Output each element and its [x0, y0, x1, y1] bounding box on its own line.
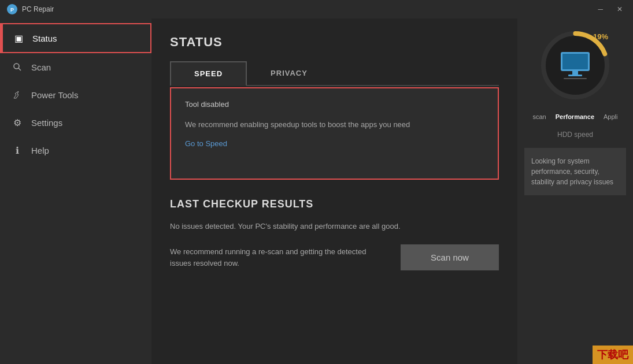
tool-disabled-description: We recommend enabling speedup tools to b…	[185, 120, 484, 129]
svg-rect-9	[568, 75, 582, 76]
gauge-container: 19%	[538, 28, 613, 103]
minimize-button[interactable]: ─	[594, 4, 606, 14]
svg-rect-7	[562, 54, 588, 69]
tab-privacy[interactable]: PRIVACY	[247, 61, 331, 85]
tool-disabled-box: Tool disabled We recommend enabling spee…	[170, 87, 499, 180]
svg-text:P: P	[10, 7, 14, 13]
status-icon: ▣	[13, 32, 24, 44]
titlebar-left: P PC Repair	[7, 4, 54, 14]
watermark: 下载吧	[593, 346, 633, 364]
category-performance[interactable]: Performance	[553, 112, 597, 121]
content-area: STATUS SPEED PRIVACY Tool disabled We re…	[151, 18, 517, 364]
sidebar-label-help: Help	[31, 146, 49, 155]
scan-icon	[12, 61, 23, 73]
power-tools-icon	[12, 89, 23, 101]
category-appli[interactable]: Appli	[601, 112, 620, 121]
help-icon: ℹ	[12, 144, 23, 156]
scan-now-button[interactable]: Scan now	[401, 244, 499, 270]
titlebar: P PC Repair ─ ✕	[0, 0, 633, 18]
sidebar-item-status[interactable]: ▣ Status	[0, 23, 151, 53]
computer-icon	[558, 51, 593, 80]
sidebar-label-power-tools: Power Tools	[31, 90, 78, 100]
page-title: STATUS	[170, 35, 499, 50]
category-tabs: scan Performance Appli	[531, 112, 620, 121]
svg-rect-8	[572, 71, 578, 75]
last-checkup-title: LAST CHECKUP RESULTS	[170, 198, 499, 210]
info-box: Looking for system performance, security…	[524, 148, 626, 195]
sidebar: ▣ Status Scan Power Tools ⚙ Settings	[0, 18, 151, 364]
go-to-speed-link[interactable]: Go to Speed	[185, 139, 227, 148]
tool-disabled-title: Tool disabled	[185, 100, 484, 109]
sidebar-label-scan: Scan	[31, 62, 51, 72]
sidebar-label-status: Status	[32, 34, 57, 43]
sidebar-label-settings: Settings	[31, 118, 62, 128]
tab-speed[interactable]: SPEED	[170, 61, 247, 86]
svg-line-3	[18, 68, 21, 70]
right-panel: 19% scan Performance Appli HDD speed Loo…	[517, 18, 633, 364]
settings-icon: ⚙	[12, 117, 23, 128]
svg-rect-10	[564, 78, 587, 79]
scan-row: We recommend running a re-scan and getti…	[170, 244, 499, 270]
no-issues-text: No issues detected. Your PC's stability …	[170, 222, 499, 231]
category-scan[interactable]: scan	[531, 112, 549, 121]
sidebar-item-settings[interactable]: ⚙ Settings	[0, 109, 151, 136]
recommend-text: We recommend running a re-scan and getti…	[170, 246, 387, 269]
gauge-inner	[538, 28, 613, 103]
hdd-speed-label: HDD speed	[557, 131, 593, 139]
sidebar-item-scan[interactable]: Scan	[0, 53, 151, 81]
close-button[interactable]: ✕	[613, 4, 626, 14]
app-icon: P	[7, 4, 17, 14]
titlebar-controls: ─ ✕	[594, 4, 626, 14]
info-text: Looking for system performance, security…	[531, 157, 613, 186]
sidebar-item-help[interactable]: ℹ Help	[0, 136, 151, 164]
app-body: ▣ Status Scan Power Tools ⚙ Settings	[0, 18, 633, 364]
sidebar-item-power-tools[interactable]: Power Tools	[0, 81, 151, 109]
titlebar-title: PC Repair	[22, 5, 54, 13]
tabs-container: SPEED PRIVACY	[170, 61, 499, 86]
svg-point-2	[14, 64, 19, 69]
main-content: STATUS SPEED PRIVACY Tool disabled We re…	[151, 18, 633, 364]
